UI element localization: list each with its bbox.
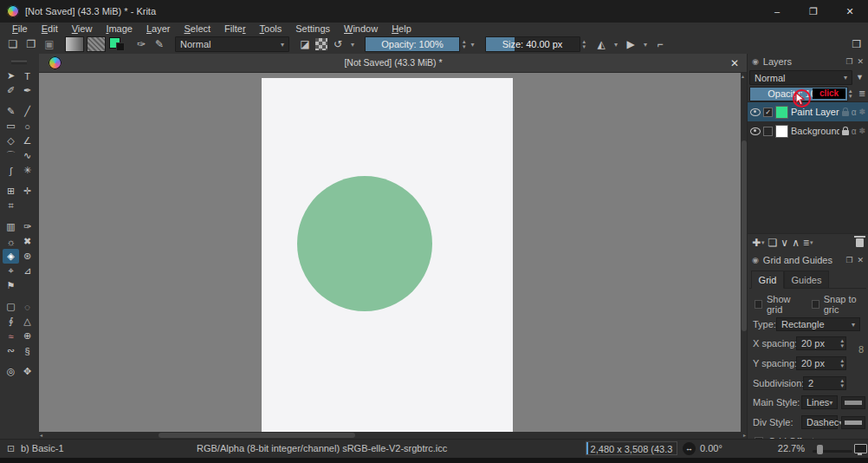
y-spacing-spinbox[interactable]: 20 px ▴▾	[796, 356, 846, 370]
colorize-mask-tool[interactable]: ☼	[3, 234, 19, 249]
rotation-angle[interactable]: 0.00°	[700, 443, 722, 453]
dynamic-brush-tool[interactable]: ∫	[3, 163, 19, 178]
restore-button[interactable]: ❐	[795, 0, 832, 23]
add-layer-button[interactable]: ✚▾	[752, 236, 765, 250]
fill-tool[interactable]: ◈	[3, 249, 19, 264]
menu-select[interactable]: Select	[178, 23, 218, 34]
smart-patch-tool[interactable]: ✖	[19, 234, 36, 249]
workspace-chooser-button[interactable]: ❒	[849, 36, 865, 52]
mirror-horizontal-button[interactable]: ◭	[593, 36, 609, 52]
menu-help[interactable]: Help	[385, 23, 418, 34]
close-docker-icon[interactable]: ✕	[857, 256, 864, 264]
close-button[interactable]: ✕	[832, 0, 868, 23]
layer-properties-icon[interactable]: ✽	[858, 127, 865, 135]
contiguous-select-tool[interactable]: ⊕	[19, 329, 36, 343]
assistants-tool[interactable]: ⌖	[3, 264, 19, 278]
main-style-dropdown[interactable]: Lines ▾	[801, 395, 838, 409]
main-style-color-button[interactable]	[841, 396, 865, 409]
canvas-page[interactable]	[262, 78, 513, 432]
wrap-around-button[interactable]: ⌐	[652, 36, 668, 52]
layer-alpha-icon[interactable]: α	[852, 127, 857, 136]
chevron-down-icon[interactable]: ▾	[348, 36, 357, 52]
freehand-path-tool[interactable]: ∿	[19, 148, 36, 163]
brush-preset-button[interactable]: ✑	[133, 36, 149, 52]
layer-filter-icon[interactable]: ▼	[853, 69, 866, 84]
rect-select-tool[interactable]: ▢	[3, 299, 19, 314]
tab-guides[interactable]: Guides	[784, 271, 829, 289]
rectangle-tool[interactable]: ▭	[3, 119, 19, 134]
layer-visibility-eye-icon[interactable]	[750, 127, 761, 135]
line-tool[interactable]: ╱	[19, 104, 36, 119]
menu-edit[interactable]: Edit	[35, 23, 65, 34]
open-document-button[interactable]: ❐	[23, 36, 39, 52]
menu-tools[interactable]: Tools	[253, 23, 289, 34]
calligraphy-tool[interactable]: ✒	[19, 83, 36, 98]
freehand-select-tool[interactable]: ∮	[3, 314, 19, 329]
mirror-vertical-button[interactable]: ▶	[623, 36, 638, 52]
horizontal-scrollbar-thumb[interactable]	[159, 433, 355, 438]
blend-mode-dropdown[interactable]: Normal ▾	[175, 36, 289, 52]
layer-blend-mode-dropdown[interactable]: Normal ▾	[749, 70, 852, 85]
menu-settings[interactable]: Settings	[288, 23, 337, 34]
move-tool[interactable]: ✛	[19, 184, 36, 199]
layer-menu-icon[interactable]: ≣	[858, 88, 865, 98]
canvas-rotation-icon[interactable]: ↔	[683, 442, 696, 455]
layer-name[interactable]: Paint Layer 1	[791, 107, 839, 117]
layer-alpha-icon[interactable]: α	[852, 108, 857, 117]
bezier-select-tool[interactable]: ∾	[3, 343, 19, 358]
spin-down-icon[interactable]: ▾	[463, 44, 466, 49]
new-document-button[interactable]: ❏	[5, 36, 21, 52]
menu-filter[interactable]: Filter	[217, 23, 252, 34]
reload-preset-button[interactable]: ↺	[330, 36, 346, 52]
menu-layer[interactable]: Layer	[139, 23, 178, 34]
link-spacing-icon[interactable]: 8	[858, 344, 864, 355]
spin-down-icon[interactable]: ▾	[849, 94, 852, 99]
layer-properties-button[interactable]: ≡▾	[803, 236, 813, 250]
move-layer-up-button[interactable]: ∧	[792, 236, 800, 250]
foreground-background-colors[interactable]	[108, 36, 126, 52]
ellipse-tool[interactable]: ○	[19, 119, 36, 134]
color-sampler-tool[interactable]: ✑	[19, 219, 36, 234]
zoom-slider-handle[interactable]	[817, 445, 823, 454]
horizontal-scrollbar[interactable]: ◂ ▸	[39, 432, 747, 439]
layer-opacity-spinner[interactable]: ▴ ▾	[849, 88, 852, 99]
multibrush-tool[interactable]: ✳	[19, 163, 36, 178]
opacity-spinner[interactable]: ▴ ▾	[463, 39, 466, 49]
background-color-swatch[interactable]	[116, 42, 125, 51]
tab-grid[interactable]: Grid	[751, 271, 784, 289]
edit-brush-settings-button[interactable]: ✎	[152, 36, 167, 52]
save-button[interactable]: ▣	[42, 36, 57, 52]
document-close-icon[interactable]: ✕	[730, 57, 739, 69]
chevron-down-icon[interactable]: ▾	[612, 36, 620, 52]
preserve-alpha-button[interactable]	[315, 38, 327, 50]
layer-lock-icon[interactable]	[842, 111, 849, 116]
magnetic-select-tool[interactable]: §	[19, 343, 36, 358]
brush-size-slider[interactable]: Size: 40.00 px	[485, 36, 580, 52]
float-docker-icon[interactable]: ❐	[845, 57, 852, 66]
text-tool[interactable]: T	[19, 68, 36, 83]
x-spacing-spinbox[interactable]: 20 px ▴▾	[796, 336, 846, 350]
bezier-curve-tool[interactable]: ⌒	[3, 148, 19, 163]
float-docker-icon[interactable]: ❐	[845, 256, 852, 264]
gradient-tool[interactable]: ▥	[3, 219, 19, 234]
edit-shapes-tool[interactable]: ✐	[3, 83, 19, 98]
polygonal-select-tool[interactable]: △	[19, 314, 36, 329]
pattern-chooser-button[interactable]	[87, 36, 106, 52]
polygon-tool[interactable]: ◇	[3, 134, 19, 148]
layer-name[interactable]: Background	[791, 126, 839, 136]
similar-select-tool[interactable]: ≈	[3, 329, 19, 343]
layer-checkbox[interactable]: ✓	[763, 108, 773, 117]
gradient-chooser-button[interactable]	[65, 36, 84, 52]
div-style-color-button[interactable]	[841, 416, 865, 429]
layer-thumbnail[interactable]	[775, 106, 788, 119]
freehand-brush-tool[interactable]: ✎	[3, 104, 19, 119]
zoom-level[interactable]: 22.7%	[774, 443, 805, 453]
grid-type-dropdown[interactable]: Rectangle ▾	[776, 317, 860, 331]
crop-tool[interactable]: ⌗	[3, 199, 19, 213]
polyline-tool[interactable]: ∠	[19, 134, 36, 148]
layer-checkbox[interactable]	[763, 127, 773, 136]
minimize-button[interactable]: –	[759, 0, 795, 23]
enclose-fill-tool[interactable]: ⊛	[19, 249, 36, 264]
menu-window[interactable]: Window	[337, 23, 385, 34]
size-spinner[interactable]: ▴ ▾	[583, 39, 586, 49]
